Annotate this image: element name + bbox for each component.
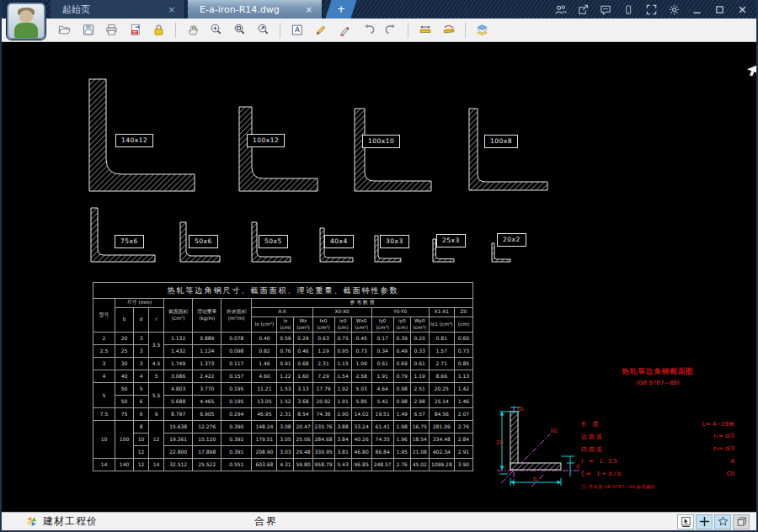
minimize-icon[interactable]	[689, 3, 704, 16]
table-cell: 8.797	[164, 408, 193, 421]
table-header-cell: Iy0 (cm⁴)	[371, 317, 393, 332]
table-cell: 0.392	[222, 434, 252, 446]
zoom-inout-button[interactable]	[206, 20, 227, 40]
layers-button[interactable]	[472, 20, 493, 40]
tab-document[interactable]: E-a-iron-R14.dwg×	[188, 0, 323, 19]
angle-size-label[interactable]: 30x3	[380, 235, 409, 248]
zoom-window-button[interactable]	[229, 20, 250, 40]
angle-section-100x10[interactable]	[354, 108, 432, 195]
toolbar-separator	[408, 23, 408, 38]
fullscreen-icon[interactable]	[643, 3, 659, 16]
new-tab-button[interactable]: +	[325, 0, 356, 19]
tab-close-icon[interactable]: ×	[303, 5, 315, 14]
table-cell: 1.19	[410, 370, 429, 383]
pencil-button[interactable]	[310, 20, 331, 40]
angle-size-label[interactable]: 100x8	[484, 135, 518, 148]
red-annotation-block[interactable]: 热轧等边角钢截面图(GB 9787—88)长 度L= 4~19米边圆弧r₁= d…	[581, 367, 734, 490]
table-cell: 5	[93, 383, 115, 408]
annotation-legend-row: 边圆弧r₁= d/3	[581, 433, 734, 445]
table-cell: 0.68	[294, 358, 312, 370]
table-row: 7.575698.7976.9050.29446.952.318.5474.36…	[93, 408, 473, 421]
angle-size-label[interactable]: 140x12	[115, 134, 153, 147]
settings-icon[interactable]	[666, 3, 681, 16]
table-cell: 10	[93, 421, 115, 459]
measure-length-button[interactable]	[414, 20, 435, 40]
table-cell: 86.84	[371, 446, 393, 459]
svg-text:d: d	[576, 463, 579, 470]
table-cell: 0.078	[222, 332, 252, 345]
table-row: 440453.0862.4220.1574.601.221.607.291.54…	[93, 370, 473, 383]
table-header-cell: Wy0 (cm³)	[410, 317, 429, 332]
angle-size-label[interactable]: 100x10	[362, 135, 400, 148]
table-cell: 1.54	[334, 370, 351, 383]
pan-button[interactable]	[182, 20, 203, 40]
angle-size-label[interactable]: 40x4	[324, 235, 354, 248]
table-cell: 14.02	[351, 408, 371, 421]
angle-size-label[interactable]: 75x6	[115, 235, 144, 248]
drawing-canvas[interactable]: 140x12100x12100x10100x875x650x650x540x43…	[2, 42, 756, 512]
app-name-label: 建材工程价	[43, 514, 98, 529]
angle-size-label[interactable]: 50x5	[259, 235, 288, 248]
save-button[interactable]	[77, 20, 99, 40]
export-pdf-button[interactable]	[125, 20, 146, 40]
close-icon[interactable]	[734, 3, 750, 16]
table-cell: 0.390	[222, 421, 252, 434]
table-cell: 1.98	[393, 421, 410, 434]
redo-button[interactable]	[381, 20, 402, 40]
table-cell: 15.120	[193, 434, 222, 446]
marker-button[interactable]	[334, 20, 355, 40]
table-cell: 2.31	[277, 408, 294, 421]
undo-button[interactable]	[357, 20, 378, 40]
print-button[interactable]	[101, 20, 122, 40]
crosshair-plus-button[interactable]	[696, 514, 713, 529]
table-cell: 4.60	[252, 370, 277, 383]
table-cell: 0.157	[222, 370, 252, 383]
table-header-cell: X1-X1	[429, 307, 454, 317]
table-title: 热轧等边角钢尺寸、截面面积、理论重量、截面特性参数	[93, 283, 473, 299]
table-cell: 7.5	[93, 408, 115, 421]
table-cell: 11.21	[252, 383, 277, 396]
table-cell: 1.15	[334, 358, 351, 370]
table-cell: 2.58	[351, 370, 371, 383]
user-avatar[interactable]	[7, 3, 45, 40]
share-icon[interactable]	[575, 3, 590, 16]
cube-button[interactable]	[733, 514, 750, 529]
table-cell: 0.82	[252, 345, 277, 358]
tab-close-icon[interactable]: ×	[166, 5, 178, 14]
angle-size-label[interactable]: 20x2	[497, 233, 526, 247]
lock-button[interactable]	[148, 20, 169, 40]
tab-start-page[interactable]: 起始页×	[51, 0, 185, 19]
angle-size-label[interactable]: 100x12	[247, 134, 285, 147]
svg-text:X0: X0	[550, 428, 558, 434]
zoom-extents-button[interactable]	[253, 20, 274, 40]
table-header-cell: X-X	[252, 307, 312, 317]
maximize-icon[interactable]	[712, 3, 727, 16]
angle-section-100x8[interactable]	[468, 108, 548, 194]
angle-dimension-diagram[interactable]: bd Z0X0Y0	[494, 404, 594, 490]
table-cell: 3.84	[334, 434, 351, 446]
open-button[interactable]	[54, 20, 75, 40]
angle-section-100x12[interactable]	[238, 106, 318, 195]
angle-size-label[interactable]: 25x3	[436, 234, 466, 247]
table-cell: 10	[134, 434, 149, 446]
table-cell: 4.5	[149, 358, 164, 370]
measure-angle-button[interactable]	[438, 20, 459, 40]
table-cell: 0.91	[277, 358, 294, 370]
table-cell: 0.195	[222, 383, 252, 396]
angle-size-label[interactable]: 50x6	[189, 235, 218, 248]
feedback-icon[interactable]	[598, 3, 613, 16]
users-icon[interactable]	[552, 3, 568, 16]
text-note-button[interactable]	[286, 20, 307, 40]
favorite-star-button[interactable]	[714, 514, 731, 529]
mobile-icon[interactable]	[621, 3, 636, 16]
table-cell: 2.91	[454, 446, 472, 459]
table-cell: 7.29	[312, 370, 334, 383]
table-cell: 4	[93, 370, 115, 383]
table-cell: 0.98	[393, 383, 410, 396]
table-row: 1010081215.63812.2760.390148.243.0820.47…	[93, 421, 473, 434]
table-cell: 0.98	[393, 396, 410, 408]
select-page-button[interactable]	[677, 514, 694, 529]
steel-spec-table[interactable]: 热轧等边角钢尺寸、截面面积、理论重量、截面特性参数型号尺寸 (mm)截面面积 (…	[93, 282, 473, 471]
legend-value: C0	[727, 471, 734, 483]
table-cell: 148.24	[252, 421, 277, 434]
